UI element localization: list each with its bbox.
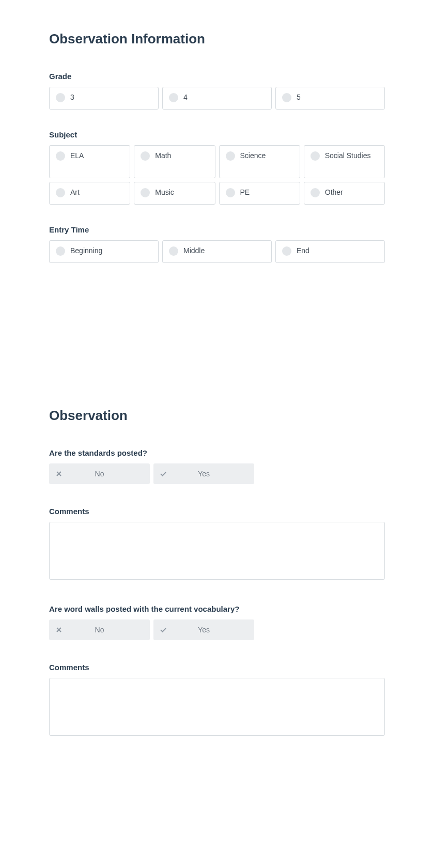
- radio-icon: [282, 93, 291, 102]
- radio-icon: [311, 188, 320, 197]
- grade-option-5[interactable]: 5: [275, 87, 385, 110]
- grade-options: 3 4 5: [49, 87, 385, 110]
- field-entry-time: Entry Time Beginning Middle End: [49, 225, 385, 263]
- option-label: PE: [240, 188, 250, 197]
- option-label: ELA: [70, 151, 84, 160]
- radio-icon: [56, 188, 65, 197]
- yes-label: Yes: [169, 626, 254, 634]
- comments-label: Comments: [49, 507, 385, 516]
- yes-label: Yes: [169, 470, 254, 478]
- radio-icon: [226, 151, 235, 161]
- yes-button[interactable]: Yes: [153, 619, 254, 640]
- radio-icon: [141, 188, 150, 197]
- option-label: End: [297, 246, 309, 255]
- subject-option-social-studies[interactable]: Social Studies: [304, 145, 385, 178]
- option-label: Social Studies: [325, 151, 371, 160]
- radio-icon: [169, 93, 178, 102]
- radio-icon: [56, 151, 65, 161]
- field-subject: Subject ELA Math Science Social Studies …: [49, 130, 385, 205]
- subject-options: ELA Math Science Social Studies Art Musi…: [49, 145, 385, 205]
- option-label: 4: [183, 92, 188, 102]
- yesno-row: No Yes: [49, 463, 385, 484]
- radio-icon: [311, 151, 320, 161]
- entry-time-option-middle[interactable]: Middle: [162, 240, 272, 263]
- question-standards-posted: Are the standards posted? No Yes: [49, 448, 385, 484]
- radio-icon: [226, 188, 235, 197]
- option-label: Beginning: [70, 246, 102, 255]
- subject-option-ela[interactable]: ELA: [49, 145, 130, 178]
- field-grade: Grade 3 4 5: [49, 72, 385, 110]
- subject-option-pe[interactable]: PE: [219, 182, 300, 205]
- check-icon: [153, 626, 169, 633]
- grade-option-3[interactable]: 3: [49, 87, 159, 110]
- section-title-observation: Observation: [49, 408, 385, 424]
- comments-block-2: Comments: [49, 663, 385, 738]
- option-label: Middle: [183, 246, 205, 255]
- comments-input[interactable]: [49, 522, 385, 580]
- option-label: 5: [297, 92, 301, 102]
- subject-option-math[interactable]: Math: [134, 145, 215, 178]
- entry-time-option-end[interactable]: End: [275, 240, 385, 263]
- comments-label: Comments: [49, 663, 385, 672]
- option-label: Math: [155, 151, 171, 160]
- radio-icon: [282, 246, 291, 256]
- subject-option-music[interactable]: Music: [134, 182, 215, 205]
- entry-time-option-beginning[interactable]: Beginning: [49, 240, 159, 263]
- yesno-row: No Yes: [49, 619, 385, 640]
- section-title-observation-information: Observation Information: [49, 31, 385, 47]
- x-icon: [49, 470, 65, 477]
- check-icon: [153, 470, 169, 477]
- comments-block-1: Comments: [49, 507, 385, 582]
- radio-icon: [169, 246, 178, 256]
- option-label: Art: [70, 188, 80, 197]
- label-grade: Grade: [49, 72, 385, 81]
- comments-input[interactable]: [49, 678, 385, 736]
- option-label: Music: [155, 188, 174, 197]
- entry-time-options: Beginning Middle End: [49, 240, 385, 263]
- grade-option-4[interactable]: 4: [162, 87, 272, 110]
- yes-button[interactable]: Yes: [153, 463, 254, 484]
- question-label: Are word walls posted with the current v…: [49, 605, 385, 613]
- subject-option-science[interactable]: Science: [219, 145, 300, 178]
- subject-option-other[interactable]: Other: [304, 182, 385, 205]
- option-label: Science: [240, 151, 266, 160]
- question-word-walls: Are word walls posted with the current v…: [49, 605, 385, 640]
- x-icon: [49, 626, 65, 633]
- subject-option-art[interactable]: Art: [49, 182, 130, 205]
- question-label: Are the standards posted?: [49, 448, 385, 457]
- option-label: 3: [70, 92, 74, 102]
- no-button[interactable]: No: [49, 619, 150, 640]
- radio-icon: [56, 246, 65, 256]
- radio-icon: [141, 151, 150, 161]
- no-label: No: [65, 470, 150, 478]
- no-button[interactable]: No: [49, 463, 150, 484]
- label-entry-time: Entry Time: [49, 225, 385, 234]
- label-subject: Subject: [49, 130, 385, 139]
- section-spacer: [49, 284, 385, 408]
- radio-icon: [56, 93, 65, 102]
- option-label: Other: [325, 188, 343, 197]
- no-label: No: [65, 626, 150, 634]
